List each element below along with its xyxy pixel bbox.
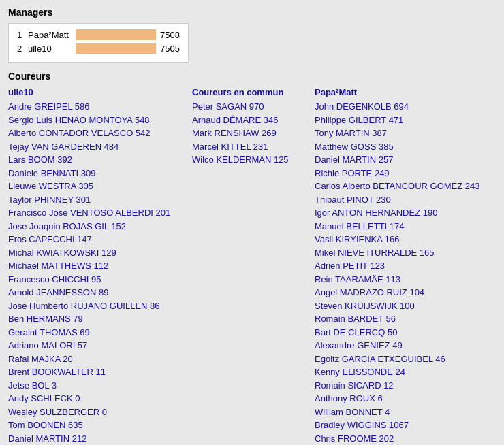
rider-item: Eros CAPECCHI 147	[8, 233, 187, 246]
managers-box: 1 Papa²Matt 7508 2 ulle10 7505	[8, 23, 189, 63]
rider-item: Romain BARDET 56	[315, 312, 496, 326]
rider-item: Michael MATTHEWS 112	[8, 259, 187, 273]
manager-row: 2 ulle10 7505	[17, 43, 180, 54]
rider-item: Wesley SULZBERGER 0	[8, 406, 187, 419]
manager-score: 7508	[160, 30, 180, 40]
col-middle-header: Coureurs en commun	[192, 87, 309, 97]
rider-item: Sergio Luis HENAO MONTOYA 548	[8, 114, 187, 127]
rider-item: Mark RENSHAW 269	[192, 127, 309, 140]
rider-item: Ben HERMANS 79	[8, 312, 187, 326]
rider-item: Tejay VAN GARDEREN 484	[8, 140, 187, 154]
rider-item: Tony MARTIN 387	[315, 127, 496, 140]
rider-item: Richie PORTE 249	[315, 167, 496, 180]
rider-item: Daniel MARTIN 212	[8, 432, 187, 446]
rider-item: Jetse BOL 3	[8, 379, 187, 393]
col-left-header: ulle10	[8, 87, 187, 97]
main-container: Managers 1 Papa²Matt 7508 2 ulle10 7505 …	[0, 0, 504, 445]
rider-item: Wilco KELDERMAN 125	[192, 153, 309, 167]
rider-item: Marcel KITTEL 231	[192, 140, 309, 154]
rider-item: Adrien PETIT 123	[315, 259, 496, 273]
col-right-header: Papa²Matt	[315, 87, 496, 97]
rider-item: Jose Joaquin ROJAS GIL 152	[8, 220, 187, 233]
rider-item: Bart DE CLERCQ 50	[315, 326, 496, 340]
rider-item: Anthony ROUX 6	[315, 392, 496, 406]
manager-name: Papa²Matt	[28, 30, 76, 40]
manager-score: 7505	[160, 44, 180, 54]
rider-item: Daniel MARTIN 257	[315, 153, 496, 167]
rider-item: Lieuwe WESTRA 305	[8, 180, 187, 193]
manager-row: 1 Papa²Matt 7508	[17, 29, 180, 40]
rider-item: William BONNET 4	[315, 406, 496, 419]
rider-item: Peter SAGAN 970	[192, 100, 309, 114]
rider-item: Geraint THOMAS 69	[8, 326, 187, 340]
rider-item: Vasil KIRYIENKA 166	[315, 233, 496, 246]
rider-item: Bradley WIGGINS 1067	[315, 418, 496, 432]
manager-bar	[76, 43, 156, 54]
rider-item: Romain SICARD 12	[315, 379, 496, 393]
manager-rank: 1	[17, 30, 28, 40]
coureurs-grid: ulle10 Andre GREIPEL 586Sergio Luis HENA…	[8, 87, 496, 445]
rider-item: John DEGENKOLB 694	[315, 100, 496, 114]
rider-item: Daniele BENNATI 309	[8, 167, 187, 180]
managers-title: Managers	[8, 7, 496, 18]
coureurs-title: Coureurs	[8, 71, 496, 82]
rider-item: Angel MADRAZO RUIZ 104	[315, 286, 496, 299]
rider-item: Philippe GILBERT 471	[315, 114, 496, 127]
rider-item: Michal KWIATKOWSKI 129	[8, 246, 187, 260]
rider-item: Arnaud DÉMARE 346	[192, 114, 309, 127]
rider-item: Arnold JEANNESSON 89	[8, 286, 187, 299]
rider-item: Igor ANTON HERNANDEZ 190	[315, 206, 496, 220]
col-right: Papa²Matt John DEGENKOLB 694Philippe GIL…	[315, 87, 496, 445]
rider-item: Egoitz GARCIA ETXEGUIBEL 46	[315, 352, 496, 366]
rider-item: Matthew GOSS 385	[315, 140, 496, 154]
rider-item: Francesco CHICCHI 95	[8, 273, 187, 286]
col-middle: Coureurs en commun Peter SAGAN 970Arnaud…	[192, 87, 315, 167]
rider-item: Alberto CONTADOR VELASCO 542	[8, 127, 187, 140]
rider-item: Rafal MAJKA 20	[8, 352, 187, 366]
rider-item: Steven KRUIJSWIJK 100	[315, 299, 496, 313]
rider-item: Jose Humberto RUJANO GUILLEN 86	[8, 299, 187, 313]
manager-name: ulle10	[28, 44, 76, 54]
rider-item: Manuel BELLETTI 174	[315, 220, 496, 233]
rider-item: Thibaut PINOT 230	[315, 193, 496, 207]
rider-item: Tom BOONEN 635	[8, 418, 187, 432]
rider-item: Chris FROOME 202	[315, 432, 496, 446]
rider-item: Kenny ELISSONDE 24	[315, 365, 496, 379]
rider-item: Alexandre GENIEZ 49	[315, 339, 496, 352]
rider-item: Brent BOOKWALTER 11	[8, 365, 187, 379]
rider-item: Adriano MALORI 57	[8, 339, 187, 352]
rider-item: Rein TAARAMÄE 113	[315, 273, 496, 286]
rider-item: Andy SCHLECK 0	[8, 392, 187, 406]
manager-bar	[76, 29, 156, 40]
rider-item: Lars BOOM 392	[8, 153, 187, 167]
rider-item: Mikel NIEVE ITURRALDE 165	[315, 246, 496, 260]
rider-item: Francisco Jose VENTOSO ALBERDI 201	[8, 206, 187, 220]
manager-rank: 2	[17, 44, 28, 54]
rider-item: Andre GREIPEL 586	[8, 100, 187, 114]
rider-item: Taylor PHINNEY 301	[8, 193, 187, 207]
col-left: ulle10 Andre GREIPEL 586Sergio Luis HENA…	[8, 87, 192, 445]
rider-item: Carlos Alberto BETANCOUR GOMEZ 243	[315, 180, 496, 193]
